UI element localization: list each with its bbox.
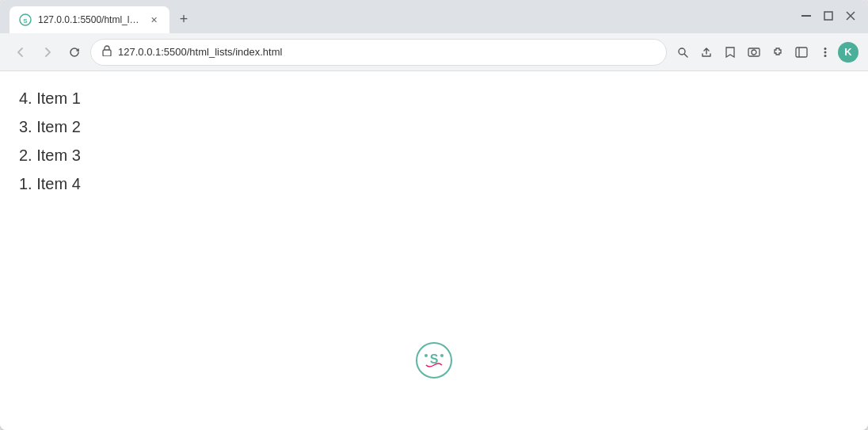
- refresh-button[interactable]: [63, 41, 86, 63]
- tab-favicon: S: [19, 13, 32, 26]
- svg-point-18: [424, 354, 428, 357]
- ordered-list: 4. Item 1 3. Item 2 2. Item 3 1. Item 4: [19, 84, 849, 198]
- list-item: 4. Item 1: [19, 84, 849, 112]
- svg-rect-2: [801, 15, 811, 17]
- item-number: 3.: [19, 118, 36, 135]
- extensions-button[interactable]: [767, 41, 789, 63]
- item-number: 1.: [19, 175, 36, 192]
- menu-button[interactable]: [814, 41, 836, 63]
- new-tab-button[interactable]: +: [173, 8, 195, 30]
- item-label: Item 3: [36, 147, 81, 164]
- svg-point-13: [824, 48, 827, 50]
- address-text: 127.0.0.1:5500/html_lists/index.html: [118, 46, 655, 58]
- svg-rect-11: [796, 48, 807, 57]
- lock-icon: [102, 45, 112, 59]
- sidebar-button[interactable]: [790, 41, 813, 63]
- share-button[interactable]: [695, 41, 718, 63]
- list-item: 1. Item 4: [19, 169, 849, 198]
- minimize-button[interactable]: [798, 8, 814, 24]
- list-item: 2. Item 3: [19, 141, 849, 169]
- nav-bar: 127.0.0.1:5500/html_lists/index.html: [0, 33, 868, 71]
- tab-title: 127.0.0.1:5500/html_lists/index.h: [38, 14, 141, 25]
- svg-point-19: [440, 354, 444, 357]
- screenshot-button[interactable]: [743, 41, 765, 63]
- tab-close-button[interactable]: ✕: [147, 13, 160, 26]
- svg-text:S: S: [23, 17, 28, 25]
- item-number: 4.: [19, 89, 36, 107]
- avatar[interactable]: K: [838, 42, 858, 63]
- svg-line-8: [684, 54, 687, 57]
- address-bar[interactable]: 127.0.0.1:5500/html_lists/index.html: [90, 39, 667, 66]
- close-button[interactable]: [843, 8, 858, 24]
- active-tab[interactable]: S 127.0.0.1:5500/html_lists/index.h ✕: [10, 6, 169, 33]
- title-bar: S 127.0.0.1:5500/html_lists/index.h ✕ +: [0, 0, 868, 33]
- svg-rect-3: [824, 12, 832, 20]
- nav-right-icons: K: [672, 41, 858, 63]
- search-button[interactable]: [672, 41, 694, 63]
- item-number: 2.: [19, 147, 36, 164]
- window-controls: [798, 8, 858, 24]
- bookmark-button[interactable]: [719, 41, 741, 63]
- maximize-button[interactable]: [820, 8, 836, 24]
- item-label: Item 4: [36, 175, 81, 192]
- watermark-icon: S: [415, 341, 453, 382]
- forward-button[interactable]: [36, 41, 59, 63]
- svg-point-15: [824, 55, 827, 57]
- svg-rect-6: [103, 50, 111, 56]
- svg-point-14: [824, 51, 827, 53]
- item-label: Item 1: [36, 89, 81, 107]
- browser-window: S 127.0.0.1:5500/html_lists/index.h ✕ +: [0, 0, 868, 430]
- back-button[interactable]: [10, 41, 32, 63]
- item-label: Item 2: [36, 118, 81, 135]
- svg-point-10: [752, 50, 756, 55]
- page-content: 4. Item 1 3. Item 2 2. Item 3 1. Item 4 …: [0, 71, 868, 430]
- list-item: 3. Item 2: [19, 112, 849, 141]
